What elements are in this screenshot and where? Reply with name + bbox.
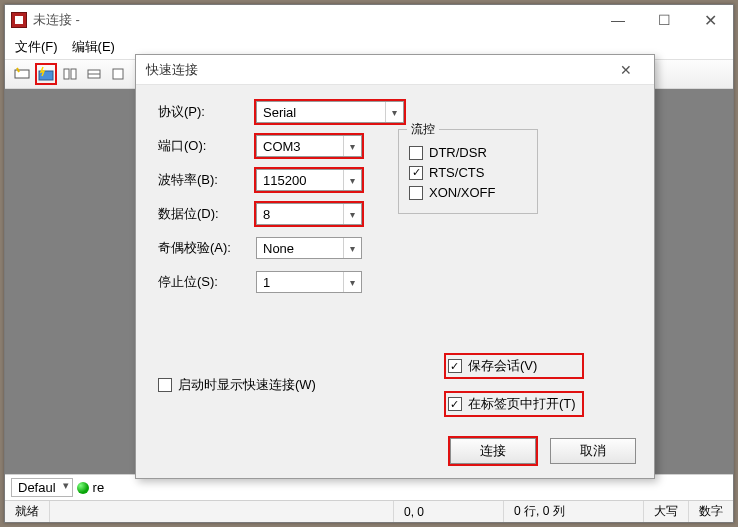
rts-checkbox[interactable] <box>409 166 423 180</box>
stopbits-combo[interactable]: 1 ▾ <box>256 271 362 293</box>
chevron-down-icon: ▾ <box>343 170 361 190</box>
app-icon <box>11 12 27 28</box>
label-databits: 数据位(D): <box>158 205 256 223</box>
dialog-options: 启动时显示快速连接(W) 保存会话(V) 在标签页中打开(T) <box>158 350 636 420</box>
svg-rect-6 <box>113 69 123 79</box>
chevron-down-icon: ▾ <box>343 136 361 156</box>
svg-rect-0 <box>15 70 29 78</box>
toolbar-btn-5[interactable] <box>107 63 129 85</box>
save-session-checkbox[interactable] <box>448 359 462 373</box>
dialog-titlebar[interactable]: 快速连接 ✕ <box>136 55 654 85</box>
toolbar-btn-quickconnect[interactable] <box>35 63 57 85</box>
show-on-start-label: 启动时显示快速连接(W) <box>178 376 316 394</box>
xon-checkbox[interactable] <box>409 186 423 200</box>
chevron-down-icon: ▾ <box>343 204 361 224</box>
parity-value: None <box>263 241 294 256</box>
menu-file[interactable]: 文件(F) <box>15 38 58 56</box>
maximize-button[interactable]: ☐ <box>641 5 687 35</box>
toolbar-btn-4[interactable] <box>83 63 105 85</box>
label-protocol: 协议(P): <box>158 103 256 121</box>
connection-status-icon <box>77 482 89 494</box>
status-ready: 就绪 <box>5 501 50 522</box>
close-button[interactable]: ✕ <box>687 5 733 35</box>
status-caps: 大写 <box>644 501 689 522</box>
open-in-tab-label: 在标签页中打开(T) <box>468 395 576 413</box>
label-port: 端口(O): <box>158 137 256 155</box>
dialog-title: 快速连接 <box>146 61 198 79</box>
xon-label: XON/XOFF <box>429 185 495 200</box>
statusbar: 就绪 0, 0 0 行, 0 列 大写 数字 <box>5 500 733 522</box>
toolbar-btn-1[interactable] <box>11 63 33 85</box>
menu-edit[interactable]: 编辑(E) <box>72 38 115 56</box>
show-on-start-checkbox[interactable] <box>158 378 172 392</box>
status-pos: 0, 0 <box>394 501 504 522</box>
svg-rect-3 <box>71 69 76 79</box>
port-value: COM3 <box>263 139 301 154</box>
session-selector[interactable]: Defaul <box>11 478 73 497</box>
parity-combo[interactable]: None ▾ <box>256 237 362 259</box>
dtr-label: DTR/DSR <box>429 145 487 160</box>
save-session-label: 保存会话(V) <box>468 357 537 375</box>
label-baud: 波特率(B): <box>158 171 256 189</box>
dtr-checkbox[interactable] <box>409 146 423 160</box>
rts-label: RTS/CTS <box>429 165 484 180</box>
label-parity: 奇偶校验(A): <box>158 239 256 257</box>
databits-value: 8 <box>263 207 270 222</box>
baud-combo[interactable]: 115200 ▾ <box>256 169 362 191</box>
status-num: 数字 <box>689 501 733 522</box>
flow-control-group: 流控 DTR/DSR RTS/CTS XON/XOFF <box>398 129 538 214</box>
stopbits-value: 1 <box>263 275 270 290</box>
chevron-down-icon: ▾ <box>343 238 361 258</box>
protocol-combo[interactable]: Serial ▾ <box>256 101 404 123</box>
toolbar-btn-3[interactable] <box>59 63 81 85</box>
window-controls: — ☐ ✕ <box>595 5 733 35</box>
protocol-value: Serial <box>263 105 296 120</box>
dialog-body: 协议(P): Serial ▾ 端口(O): COM3 ▾ 波特率(B): 11… <box>136 85 654 478</box>
cancel-button[interactable]: 取消 <box>550 438 636 464</box>
open-in-tab-checkbox[interactable] <box>448 397 462 411</box>
port-combo[interactable]: COM3 ▾ <box>256 135 362 157</box>
flow-legend: 流控 <box>407 121 439 138</box>
label-stopbits: 停止位(S): <box>158 273 256 291</box>
quick-connect-dialog: 快速连接 ✕ 协议(P): Serial ▾ 端口(O): COM3 ▾ 波特率… <box>135 54 655 479</box>
databits-combo[interactable]: 8 ▾ <box>256 203 362 225</box>
chevron-down-icon: ▾ <box>385 102 403 122</box>
connect-button[interactable]: 连接 <box>450 438 536 464</box>
titlebar[interactable]: 未连接 - — ☐ ✕ <box>5 5 733 35</box>
baud-value: 115200 <box>263 173 306 188</box>
minimize-button[interactable]: — <box>595 5 641 35</box>
dialog-buttons: 连接 取消 <box>450 438 636 464</box>
window-title: 未连接 - <box>33 11 80 29</box>
connection-label: re <box>93 480 105 495</box>
dialog-close-button[interactable]: ✕ <box>606 62 646 78</box>
chevron-down-icon: ▾ <box>343 272 361 292</box>
svg-rect-2 <box>64 69 69 79</box>
status-rowcol: 0 行, 0 列 <box>504 501 644 522</box>
